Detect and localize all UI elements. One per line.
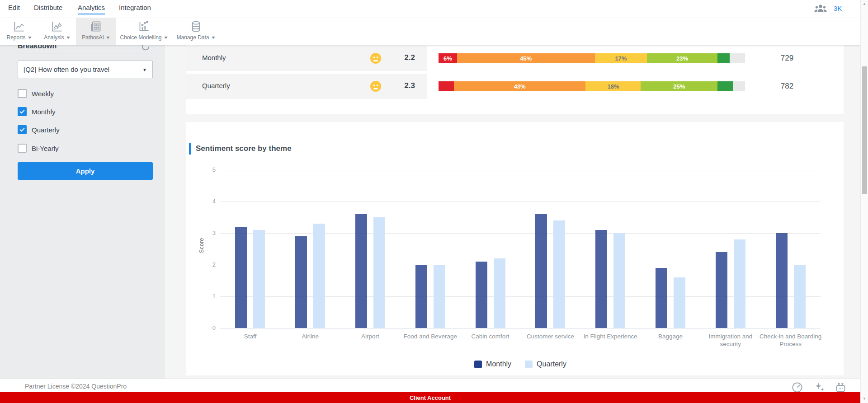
section-accent-bar (189, 143, 191, 155)
bar-monthly-8[interactable] (716, 252, 727, 328)
chevron-down-icon: ▼ (142, 67, 147, 72)
bar-monthly-7[interactable] (656, 268, 667, 328)
scrollbar-thumb[interactable] (862, 66, 867, 194)
gridline-4 (220, 202, 821, 202)
newspaper-icon (90, 20, 102, 33)
row-header-cell: Monthly2.2 (186, 46, 427, 71)
gauge-icon[interactable] (791, 381, 803, 393)
row-distribution-bar: 43%18%25% (439, 81, 745, 91)
legend-item-monthly[interactable]: Monthly (474, 360, 511, 368)
filter-option-monthly[interactable]: Monthly (18, 107, 56, 117)
legend-swatch (474, 361, 482, 368)
row-label: Monthly (202, 54, 226, 61)
license-text: Partner License ©2024 QuestionPro (25, 383, 127, 390)
bar-quarterly-8[interactable] (734, 239, 745, 328)
filter-label: Weekly (32, 90, 54, 98)
apply-button[interactable]: Apply (18, 162, 153, 180)
filter-label: Monthly (32, 108, 56, 116)
sidebar-divider (18, 53, 153, 53)
toolbar-item-choice-modelling[interactable]: Choice Modelling (118, 18, 170, 45)
toolbar-item-label: Analysis (44, 34, 70, 41)
row-divider (186, 72, 827, 72)
category-label: Food and Beverage (399, 333, 462, 340)
chevron-down-icon (106, 37, 110, 39)
legend-label: Quarterly (537, 360, 566, 368)
nav-tab-analytics[interactable]: Analytics (78, 4, 105, 14)
segment-empty (730, 53, 745, 63)
chevron-down-icon (66, 37, 70, 39)
checkbox-checked[interactable] (18, 107, 27, 116)
check-icon (19, 108, 25, 115)
checkbox-unchecked[interactable] (18, 89, 27, 98)
toolbar-item-label: Choice Modelling (120, 34, 167, 41)
bar-monthly-6[interactable] (595, 230, 607, 328)
line-chart-icon (13, 20, 25, 33)
segment-somewhat_negative: 45% (457, 53, 595, 63)
segment-empty (733, 81, 745, 91)
segment-positive (717, 81, 733, 91)
legend-item-quarterly[interactable]: Quarterly (525, 360, 566, 368)
question-dropdown-value: [Q2] How often do you travel (24, 66, 109, 73)
chart-title: Sentiment score by theme (196, 144, 292, 153)
bar-quarterly-6[interactable] (613, 233, 625, 328)
bar-quarterly-2[interactable] (373, 217, 385, 328)
bar-quarterly-1[interactable] (313, 224, 325, 328)
filter-option-quarterly[interactable]: Quarterly (18, 125, 60, 135)
row-score: 2.3 (388, 81, 415, 90)
checkbox-checked[interactable] (18, 125, 27, 134)
filter-option-bi-yearly[interactable]: Bi-Yearly (18, 143, 58, 153)
row-score: 2.2 (388, 53, 415, 62)
gridline-1 (220, 296, 821, 297)
toolbar-item-reports[interactable]: Reports (2, 18, 36, 45)
scrollbar-up-arrow[interactable]: ▲ (861, 2, 868, 6)
chevron-down-icon (28, 37, 32, 39)
chevron-down-icon (212, 37, 215, 39)
row-distribution-bar: 6%45%17%23% (439, 53, 745, 63)
collaborators-icon[interactable] (814, 3, 827, 13)
segment-positive (717, 53, 730, 63)
bar-monthly-1[interactable] (295, 236, 307, 328)
chatbot-icon[interactable] (835, 381, 847, 393)
bar-monthly-3[interactable] (415, 265, 427, 328)
toolbar-item-pathosai[interactable]: PathosAI (76, 18, 116, 45)
bar-quarterly-4[interactable] (494, 258, 505, 328)
bar-monthly-2[interactable] (355, 214, 367, 328)
vertical-scrollbar[interactable]: ▲ ▼ (860, 0, 868, 403)
toolbar-item-label: Reports (6, 34, 31, 41)
gridline-2 (220, 265, 821, 265)
row-header-cell: Quarterly2.3 (186, 74, 427, 99)
category-label: Immigration and security (699, 333, 762, 348)
bar-monthly-0[interactable] (235, 227, 247, 328)
bar-quarterly-9[interactable] (794, 265, 806, 328)
scrollbar-down-arrow[interactable]: ▼ (861, 397, 868, 401)
question-dropdown[interactable]: [Q2] How often do you travel ▼ (18, 61, 153, 78)
category-label: Customer service (519, 333, 582, 340)
bar-monthly-9[interactable] (776, 233, 788, 328)
bar-quarterly-7[interactable] (674, 277, 685, 328)
gridline-3 (220, 233, 821, 234)
toolbar-item-manage-data[interactable]: Manage Data (172, 18, 219, 45)
row-count: 729 (769, 54, 805, 63)
legend-label: Monthly (486, 360, 511, 368)
row-label: Quarterly (202, 82, 230, 89)
row-count: 782 (769, 82, 805, 91)
category-label: Cabin comfort (459, 333, 522, 340)
bar-quarterly-3[interactable] (434, 265, 445, 328)
bar-quarterly-5[interactable] (553, 220, 565, 328)
nav-tab-edit[interactable]: Edit (8, 4, 20, 14)
bar-monthly-5[interactable] (535, 214, 547, 328)
toolbar-item-analysis[interactable]: Analysis (40, 18, 74, 45)
sparkles-icon[interactable] (813, 381, 825, 393)
check-icon (19, 127, 25, 133)
responses-count[interactable]: 3K (834, 5, 842, 12)
checkbox-unchecked[interactable] (18, 144, 27, 153)
bar-monthly-4[interactable] (476, 262, 487, 328)
filter-option-weekly[interactable]: Weekly (18, 89, 54, 98)
nav-tab-integration[interactable]: Integration (119, 4, 151, 14)
segment-neutral: 17% (595, 53, 647, 63)
nav-tab-distribute[interactable]: Distribute (34, 4, 62, 14)
sentiment-chart-card: Sentiment score by theme Score 012345Sta… (186, 122, 844, 375)
footer: Partner License ©2024 QuestionPro (0, 379, 860, 393)
category-label: Baggage (639, 333, 702, 340)
bar-quarterly-0[interactable] (253, 230, 265, 328)
